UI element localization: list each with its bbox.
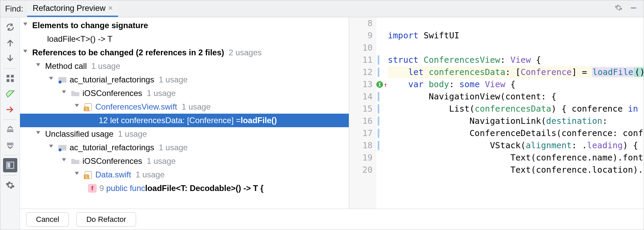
- folder-row[interactable]: iOSConferences 1 usage: [20, 154, 349, 168]
- arrow-up-icon[interactable]: [3, 36, 17, 50]
- usages-count: 1 usage: [159, 143, 188, 152]
- line-number: 9: [99, 184, 104, 193]
- code-line: NavigationView(content: {: [388, 91, 644, 103]
- line-num: 17: [349, 127, 373, 139]
- svg-rect-0: [631, 7, 636, 8]
- group-unclassified[interactable]: Unclassified usage 1 usage: [20, 127, 349, 141]
- kw: struct: [388, 55, 423, 65]
- override-up-icon[interactable]: ↑: [384, 81, 387, 88]
- param: destination: [546, 116, 603, 126]
- minimize-icon[interactable]: [626, 4, 641, 14]
- chevron-down-icon[interactable]: [36, 131, 43, 137]
- exclude-icon[interactable]: [3, 102, 17, 117]
- group-method-call[interactable]: Method call 1 usage: [20, 59, 349, 73]
- code-line: Text(conference.name).font(.h: [388, 152, 644, 164]
- folder-icon: [71, 157, 80, 165]
- code-line: ConferenceDetails(conference: confere: [388, 127, 644, 139]
- line-num: 18: [349, 139, 373, 152]
- code-body[interactable]: import SwiftUI struct ConferencesView: V…: [386, 17, 644, 209]
- svg-rect-2: [11, 75, 14, 78]
- code-match: loadFile<T: Decodable>() -> T {: [145, 184, 264, 193]
- code-text: SwiftUI: [423, 31, 459, 40]
- svg-text:S: S: [85, 107, 88, 111]
- change-marker-icon: [378, 104, 379, 114]
- group-label: Method call: [45, 61, 87, 71]
- usage-hit[interactable]: f 9 public func loadFile<T: Decodable>()…: [20, 181, 349, 195]
- usages-count: 1 usage: [91, 61, 120, 71]
- chevron-down-icon[interactable]: [62, 158, 69, 165]
- sidebar: [0, 17, 20, 230]
- svg-rect-6: [7, 163, 10, 168]
- svg-rect-8: [59, 81, 61, 83]
- folder-row[interactable]: iOSConferences 1 usage: [20, 87, 349, 100]
- implements-icon[interactable]: I: [376, 81, 383, 88]
- chevron-down-icon[interactable]: [23, 22, 30, 29]
- enum: leading: [587, 140, 623, 150]
- tab-refactoring-preview[interactable]: Refactoring Preview ×: [27, 0, 118, 17]
- var: conferencesData: [475, 104, 551, 114]
- preview-toggle-icon[interactable]: [3, 158, 17, 172]
- refactoring-preview-panel: Find: Refactoring Preview ×: [0, 0, 644, 230]
- chevron-down-icon[interactable]: [49, 76, 56, 83]
- chevron-down-icon[interactable]: [75, 103, 82, 110]
- group-label: Unclassified usage: [45, 129, 113, 139]
- gutter: 8 9 10 11 12 13 14 15 16 17 18 19 20: [349, 17, 376, 209]
- section-title: References to be changed (2 references i…: [32, 48, 224, 57]
- refresh-icon[interactable]: [3, 20, 17, 34]
- cancel-button[interactable]: Cancel: [26, 212, 69, 227]
- module-row[interactable]: ac_tutorial_refactorings 1 usage: [20, 141, 349, 154]
- line-number: 12: [99, 116, 108, 125]
- line-num: 14: [349, 91, 373, 103]
- arrow-down-icon[interactable]: [3, 51, 17, 65]
- section-elements-to-change[interactable]: Elements to change signature: [20, 19, 349, 32]
- section-references[interactable]: References to be changed (2 references i…: [20, 46, 349, 59]
- close-icon[interactable]: ×: [108, 4, 113, 13]
- usage-hit-selected[interactable]: 12 let conferencesData: [Conference] = l…: [20, 114, 349, 127]
- line-num: 16: [349, 115, 373, 127]
- svg-text:S: S: [85, 175, 88, 179]
- var: body: [429, 79, 449, 89]
- chevron-down-icon[interactable]: [36, 63, 43, 70]
- change-marker-icon: [378, 129, 379, 138]
- tab-label: Refactoring Preview: [33, 3, 106, 13]
- svg-rect-4: [11, 79, 14, 82]
- line-num: 20: [349, 164, 373, 176]
- chevron-down-icon[interactable]: [49, 144, 56, 151]
- var: conferencesData: [429, 67, 505, 77]
- line-num: 19: [349, 152, 373, 164]
- module-label: ac_tutorial_refactorings: [70, 75, 154, 84]
- kw: in: [628, 104, 638, 114]
- chevron-down-icon[interactable]: [75, 171, 82, 178]
- chevron-down-icon[interactable]: [62, 90, 69, 97]
- gear-icon[interactable]: [611, 4, 626, 14]
- settings-icon[interactable]: [3, 178, 17, 192]
- usages-tree[interactable]: Elements to change signature loadFile<T>…: [20, 17, 349, 209]
- usages-count: 1 usage: [118, 129, 147, 139]
- do-refactor-button[interactable]: Do Refactor: [76, 212, 136, 227]
- type: View: [510, 55, 531, 65]
- button-bar: Cancel Do Refactor: [20, 209, 644, 230]
- kw: some: [459, 79, 480, 89]
- file-row[interactable]: S ConferencesView.swift 1 usage: [20, 100, 349, 114]
- module-icon: [58, 144, 67, 151]
- chevron-down-icon[interactable]: [23, 49, 30, 56]
- function-icon: f: [88, 184, 97, 193]
- file-label: ConferencesView.swift: [95, 102, 177, 112]
- collapse-all-icon[interactable]: [3, 138, 17, 152]
- module-row[interactable]: ac_tutorial_refactorings 1 usage: [20, 73, 349, 87]
- usages-count: 1 usage: [147, 89, 175, 98]
- type: Conference: [520, 67, 572, 77]
- folder-label: iOSConferences: [82, 156, 142, 166]
- file-row[interactable]: S Data.swift 1 usage: [20, 168, 349, 181]
- grid-icon[interactable]: [3, 71, 17, 85]
- signature-row[interactable]: loadFile<T>() -> T: [20, 32, 349, 46]
- topbar: Find: Refactoring Preview ×: [0, 0, 644, 17]
- swift-file-icon: S: [84, 103, 93, 111]
- svg-rect-3: [6, 79, 9, 82]
- code-preview[interactable]: 8 9 10 11 12 13 14 15 16 17 18 19 20: [349, 17, 644, 209]
- param: alignment: [526, 140, 571, 150]
- expand-all-icon[interactable]: [3, 122, 17, 137]
- svg-rect-1: [6, 75, 9, 78]
- include-icon[interactable]: [3, 87, 17, 101]
- type-name: ConferencesView: [423, 55, 500, 65]
